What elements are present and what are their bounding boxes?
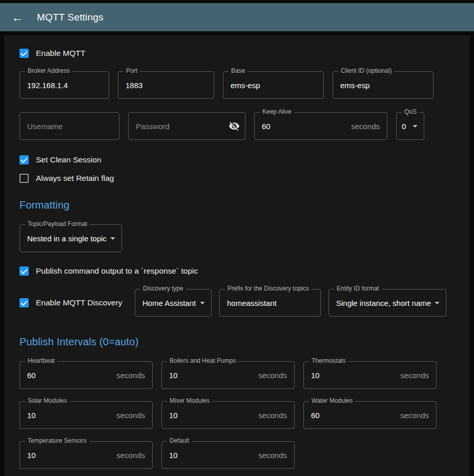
username-input[interactable]	[20, 113, 119, 139]
checkbox-icon[interactable]	[19, 266, 29, 276]
checkbox-icon[interactable]	[19, 49, 29, 58]
field-label: Mixer Modules	[167, 397, 212, 405]
broker-settings-row: Broker Address Port Base Client ID (opti…	[19, 71, 455, 99]
thermostats-interval-field[interactable]: Thermostats seconds	[303, 361, 437, 389]
field-label: Solar Modules	[25, 397, 70, 405]
port-input[interactable]	[118, 72, 214, 98]
clean-session-label: Set Clean Session	[36, 155, 101, 164]
field-label: Port	[123, 67, 140, 75]
client-id-field[interactable]: Client ID (optional)	[333, 71, 434, 99]
field-label: Broker Address	[25, 67, 72, 75]
broker-address-input[interactable]	[20, 72, 109, 98]
unit-suffix: seconds	[116, 371, 152, 380]
boilers-interval-field[interactable]: Boilers and Heat Pumps seconds	[161, 361, 295, 389]
field-label: Boilers and Heat Pumps	[167, 357, 238, 365]
checkbox-icon[interactable]	[19, 174, 29, 183]
credentials-row: Keep Alive seconds QoS 0	[19, 112, 455, 140]
field-label: QoS	[402, 108, 419, 116]
broker-address-field[interactable]: Broker Address	[19, 71, 109, 99]
username-field[interactable]	[19, 112, 119, 140]
field-label: Heartbeat	[25, 357, 57, 365]
unit-suffix: seconds	[258, 371, 294, 380]
base-input[interactable]	[223, 72, 323, 98]
topic-format-value: Nested in a single topic	[20, 234, 107, 243]
temperature-interval-field[interactable]: Temperature Sensors seconds	[19, 441, 153, 469]
client-id-input[interactable]	[333, 72, 433, 98]
password-input[interactable]	[129, 113, 229, 139]
retain-flag-label: Always set Retain flag	[36, 174, 114, 183]
port-field[interactable]: Port	[118, 71, 214, 99]
retain-flag-row[interactable]: Always set Retain flag	[19, 174, 455, 183]
intervals-grid: Heartbeat seconds Boilers and Heat Pumps…	[19, 361, 455, 469]
chevron-down-icon	[197, 297, 208, 308]
unit-suffix: seconds	[400, 411, 436, 420]
field-label: Thermostats	[309, 357, 348, 365]
enable-discovery-row[interactable]: Enable MQTT Discovery	[19, 298, 127, 307]
qos-value: 0	[397, 122, 406, 131]
solar-interval-input[interactable]	[20, 402, 116, 428]
mqtt-settings-form: Enable MQTT Broker Address Port Base Cli…	[4, 35, 470, 476]
temperature-interval-input[interactable]	[20, 442, 116, 468]
field-label: Temperature Sensors	[25, 437, 89, 445]
chevron-down-icon	[431, 297, 443, 308]
water-interval-input[interactable]	[304, 402, 400, 428]
default-interval-input[interactable]	[162, 442, 258, 468]
heartbeat-field[interactable]: Heartbeat seconds	[19, 361, 153, 389]
enable-mqtt-row[interactable]: Enable MQTT	[19, 49, 455, 58]
field-label: Default	[167, 437, 192, 445]
chevron-down-icon	[107, 233, 118, 244]
unit-suffix: seconds	[116, 411, 152, 420]
keep-alive-field[interactable]: Keep Alive seconds	[254, 112, 387, 140]
unit-suffix: seconds	[116, 451, 152, 460]
discovery-type-value: Home Assistant	[135, 299, 196, 307]
topic-format-select[interactable]: Topic/Payload Format Nested in a single …	[19, 224, 122, 252]
base-field[interactable]: Base	[223, 71, 324, 99]
default-interval-field[interactable]: Default seconds	[161, 441, 295, 469]
field-label: Discovery type	[140, 285, 186, 293]
boilers-interval-input[interactable]	[162, 362, 258, 388]
back-button[interactable]: ←	[9, 9, 26, 26]
field-label: Prefix for the Discovery topics	[225, 285, 312, 293]
visibility-off-icon[interactable]	[229, 120, 245, 132]
unit-suffix: seconds	[400, 371, 436, 380]
water-interval-field[interactable]: Water Modules seconds	[303, 401, 437, 429]
heartbeat-input[interactable]	[20, 362, 116, 388]
unit-suffix: seconds	[258, 411, 294, 420]
formatting-heading: Formatting	[19, 199, 455, 211]
qos-select[interactable]: QoS 0	[396, 112, 424, 140]
discovery-row: Enable MQTT Discovery Discovery type Hom…	[19, 289, 455, 317]
password-field[interactable]	[128, 112, 245, 140]
chevron-down-icon	[409, 120, 421, 132]
discovery-prefix-input[interactable]	[220, 289, 320, 316]
clean-session-row[interactable]: Set Clean Session	[19, 155, 455, 164]
app-bar: ← MQTT Settings	[0, 3, 474, 31]
field-label: Water Modules	[309, 397, 355, 405]
field-label: Entity ID format	[334, 285, 382, 293]
field-label: Keep Alive	[260, 108, 294, 116]
entity-id-format-select[interactable]: Entity ID format Single instance, short …	[328, 289, 446, 317]
publish-response-label: Publish command output to a `response` t…	[36, 266, 198, 276]
unit-suffix: seconds	[351, 122, 387, 131]
field-label: Base	[229, 67, 248, 75]
entity-id-format-value: Single instance, short name	[329, 299, 431, 307]
intervals-heading: Publish Intervals (0=auto)	[19, 336, 455, 348]
mixer-interval-field[interactable]: Mixer Modules seconds	[161, 401, 295, 429]
discovery-type-select[interactable]: Discovery type Home Assistant	[135, 289, 212, 317]
thermostats-interval-input[interactable]	[304, 362, 400, 388]
unit-suffix: seconds	[258, 451, 294, 460]
discovery-prefix-field[interactable]: Prefix for the Discovery topics	[219, 289, 321, 317]
solar-interval-field[interactable]: Solar Modules seconds	[19, 401, 153, 429]
field-label: Topic/Payload Format	[25, 220, 90, 229]
enable-mqtt-label: Enable MQTT	[36, 49, 85, 58]
mixer-interval-input[interactable]	[162, 402, 258, 428]
keep-alive-input[interactable]	[255, 113, 351, 139]
field-label: Client ID (optional)	[338, 67, 394, 75]
page-title: MQTT Settings	[37, 12, 104, 23]
checkbox-icon[interactable]	[19, 298, 29, 307]
enable-discovery-label: Enable MQTT Discovery	[36, 298, 122, 307]
checkbox-icon[interactable]	[19, 155, 29, 164]
topic-format-row: Topic/Payload Format Nested in a single …	[19, 224, 455, 252]
publish-response-row[interactable]: Publish command output to a `response` t…	[19, 266, 455, 276]
